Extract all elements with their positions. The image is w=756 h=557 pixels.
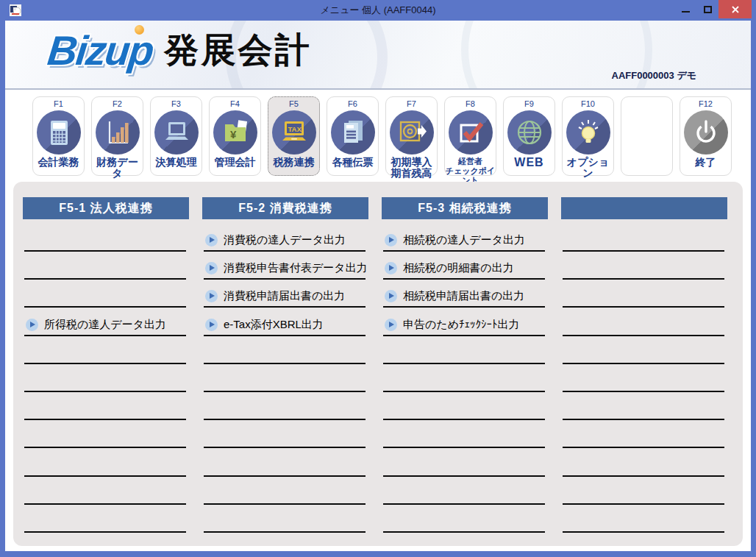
menu-row [383, 505, 545, 533]
triangle-bullet-icon [205, 319, 218, 331]
menu-column-f5-1: F5-1 法人税連携 所得税の達人データ出力 [23, 197, 189, 533]
title-bar: メニュー 個人 (AAFF0044) [0, 0, 756, 21]
menu-column-empty [561, 197, 727, 533]
menu-item[interactable]: 申告のためﾁｪｯｸｼｰﾄ出力 [383, 318, 520, 332]
triangle-bullet-icon [385, 290, 397, 302]
app-logo: Bizup 発展会計 [48, 26, 311, 74]
menu-row: 相続税申請届出書の出力 [383, 280, 545, 308]
menu-row [204, 392, 365, 420]
folder-yen-icon: ¥ [221, 118, 250, 147]
menu-row [24, 280, 186, 308]
menu-row [563, 505, 724, 533]
fkey-label: F3 [151, 99, 202, 110]
fkey-label: F2 [92, 99, 143, 110]
menu-row [563, 477, 724, 505]
minimize-icon [682, 11, 690, 13]
maximize-icon [704, 6, 712, 13]
fkey-label: F5 [268, 99, 319, 110]
toolbar-button-label: 税務連携 [268, 157, 319, 168]
triangle-bullet-icon [205, 290, 218, 302]
toolbar-button-f1[interactable]: F1 会計業務 [32, 96, 85, 176]
menu-row: 申告のためﾁｪｯｸｼｰﾄ出力 [383, 308, 545, 336]
menu-item[interactable]: 消費税の達人データ出力 [204, 233, 346, 247]
logo-dot-icon [135, 25, 144, 35]
documents-icon [338, 118, 368, 147]
menu-row: 相続税の達人データ出力 [383, 219, 545, 252]
triangle-bullet-icon [385, 319, 397, 331]
menu-row: 相続税の明細書の出力 [383, 252, 545, 280]
column-header: F5-1 法人税連携 [23, 197, 189, 219]
toolbar-button-f5[interactable]: F5 TAX 税務連携 [268, 96, 320, 176]
close-button[interactable] [718, 0, 752, 18]
column-header: F5-3 相続税連携 [382, 197, 548, 219]
app-banner: Bizup 発展会計 AAFF0000003 デモ [5, 21, 751, 90]
menu-item[interactable]: e-Tax添付XBRL出力 [204, 318, 324, 332]
triangle-bullet-icon [385, 234, 397, 246]
menu-row [563, 336, 724, 364]
menu-column-f5-2: F5-2 消費税連携 消費税の達人データ出力 消費税申告書付表データ出力 [202, 197, 368, 533]
menu-row [24, 392, 186, 420]
menu-row [24, 505, 186, 533]
menu-item[interactable]: 相続税の達人データ出力 [383, 233, 525, 247]
toolbar-button-f3[interactable]: F3 決算処理 [150, 96, 202, 176]
toolbar-button-label: WEB [504, 157, 554, 168]
maximize-button[interactable] [696, 0, 718, 19]
close-icon [731, 5, 740, 14]
menu-row [563, 392, 724, 420]
triangle-bullet-icon [26, 319, 38, 331]
fkey-label: F1 [33, 99, 84, 110]
menu-item[interactable]: 消費税申請届出書の出力 [204, 289, 345, 303]
toolbar-button-f9[interactable]: F9 WEB [503, 96, 555, 176]
menu-row: 所得税の達人データ出力 [24, 308, 186, 336]
menu-panel: F5-1 法人税連携 所得税の達人データ出力 [13, 182, 743, 546]
menu-row [563, 364, 724, 392]
menu-row [563, 280, 724, 308]
menu-row: 消費税申請届出書の出力 [204, 280, 365, 308]
toolbar-button-f8[interactable]: F8 経営者チェックポイント [444, 96, 496, 176]
menu-row: 消費税申告書付表データ出力 [204, 252, 365, 280]
menu-row [204, 505, 365, 533]
account-label: AAFF0000003 デモ [612, 69, 697, 82]
menu-row [383, 364, 545, 392]
toolbar-button-f10[interactable]: F10 オプション [562, 96, 614, 176]
minimize-button[interactable] [674, 0, 696, 19]
toolbar-button-f4[interactable]: F4 ¥ 管理会計 [209, 96, 261, 176]
toolbar-button-f7[interactable]: F7 初期導入期首残高 [385, 96, 438, 176]
menu-item[interactable]: 相続税の明細書の出力 [383, 261, 514, 275]
triangle-bullet-icon [205, 234, 218, 246]
menu-row [563, 420, 724, 448]
toolbar-button-label: 決算処理 [151, 157, 202, 168]
toolbar-button-label: オプション [563, 157, 613, 179]
bar-chart-icon [103, 118, 132, 147]
menu-row [24, 336, 186, 364]
menu-row [383, 336, 545, 364]
disc-export-icon [397, 118, 427, 147]
fkey-label: F4 [210, 99, 260, 110]
menu-item[interactable]: 所得税の達人データ出力 [24, 318, 166, 332]
triangle-bullet-icon [385, 262, 397, 274]
menu-item[interactable]: 相続税申請届出書の出力 [383, 289, 524, 303]
laptop-icon [162, 118, 191, 147]
menu-row [204, 477, 365, 505]
function-toolbar: F1 会計業務 F2 [5, 90, 751, 182]
menu-row [383, 420, 545, 448]
window-title: メニュー 個人 (AAFF0044) [0, 0, 756, 21]
checkbox-check-icon [456, 118, 485, 147]
menu-row [24, 219, 186, 252]
fkey-label: F8 [445, 99, 496, 110]
column-header: F5-2 消費税連携 [202, 197, 368, 219]
toolbar-button-f12[interactable]: F12 終了 [680, 96, 732, 176]
fkey-label: F10 [563, 99, 613, 110]
menu-row [563, 308, 724, 336]
app-window: メニュー 個人 (AAFF0044) Bizup 発展会計 AAFF000000… [0, 0, 756, 557]
svg-text:¥: ¥ [230, 128, 237, 141]
column-header [561, 197, 727, 219]
toolbar-button-f6[interactable]: F6 各種伝票 [327, 96, 379, 176]
menu-row: 消費税の達人データ出力 [204, 219, 365, 252]
menu-item[interactable]: 消費税申告書付表データ出力 [204, 261, 368, 275]
toolbar-button-label: 管理会計 [210, 157, 260, 168]
toolbar-button-f2[interactable]: F2 財務データ [91, 96, 143, 176]
toolbar-button-empty[interactable] [621, 96, 673, 176]
menu-row [24, 364, 186, 392]
toolbar-button-label: 終了 [680, 157, 731, 168]
